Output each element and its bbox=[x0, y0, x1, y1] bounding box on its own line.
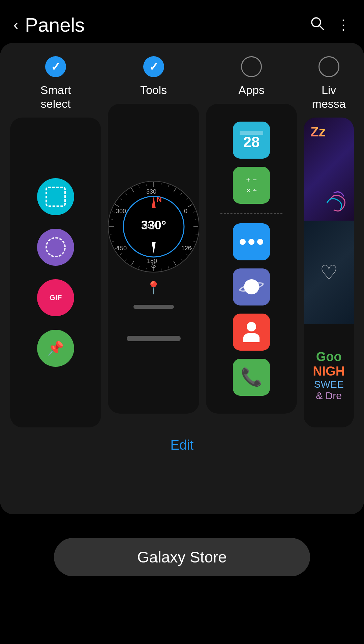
tools-checkmark-icon: ✓ bbox=[149, 60, 158, 73]
panel-tools: ✓ Tools bbox=[108, 56, 199, 427]
pin-icon: 📌 bbox=[47, 340, 64, 356]
live-image-2: ♡ bbox=[304, 221, 354, 324]
msg-dot-1 bbox=[240, 239, 246, 245]
main-container: ✓ Smartselect GIF 📌 bbox=[0, 43, 364, 514]
person-body bbox=[243, 333, 260, 342]
panel-live-messages: Livmessa Zz ♡ bbox=[304, 56, 354, 427]
app-red-icon[interactable] bbox=[233, 314, 270, 351]
svg-text:NW: NW bbox=[142, 222, 155, 231]
phone-icon: 📞 bbox=[241, 367, 263, 387]
calendar-date: 28 bbox=[243, 135, 260, 150]
galaxy-store-button[interactable]: Galaxy Store bbox=[54, 538, 310, 576]
sweet-text: SWEE bbox=[314, 379, 343, 390]
calc-times-icon: × bbox=[246, 186, 250, 195]
tools-checkbox[interactable]: ✓ bbox=[143, 56, 164, 77]
checkmark-icon: ✓ bbox=[51, 60, 60, 73]
dashed-circle-icon bbox=[46, 237, 66, 257]
header: ‹ Panels ⋮ bbox=[0, 0, 364, 43]
app-saturn-icon[interactable] bbox=[233, 268, 270, 305]
good-text: Goo bbox=[316, 350, 342, 364]
apps-divider bbox=[220, 213, 282, 214]
calc-divide-icon: ÷ bbox=[252, 186, 257, 195]
red-shape bbox=[241, 322, 262, 342]
svg-line-1 bbox=[320, 26, 324, 30]
galaxy-store-row: Galaxy Store bbox=[0, 524, 364, 597]
live-checkbox[interactable] bbox=[318, 56, 339, 77]
calc-plus-icon: + bbox=[246, 175, 250, 184]
calendar-inner: 28 bbox=[240, 131, 263, 150]
smart-select-buttons: GIF 📌 bbox=[37, 178, 74, 367]
panels-row: ✓ Smartselect GIF 📌 bbox=[10, 56, 354, 427]
compass-outer: N 330 300 0 S 180 150 bbox=[108, 180, 199, 274]
msg-dot-2 bbox=[248, 239, 254, 245]
heart-icon: ♡ bbox=[320, 261, 338, 284]
smart-select-label: Smartselect bbox=[40, 83, 71, 111]
edit-row: Edit bbox=[10, 438, 354, 453]
swirls-svg bbox=[324, 186, 351, 213]
msg-dots bbox=[240, 239, 263, 245]
gif-label: GIF bbox=[50, 293, 62, 302]
app-phone-icon[interactable]: 📞 bbox=[233, 359, 270, 396]
live-card: Zz ♡ Goo NIGH bbox=[304, 118, 354, 427]
svg-text:N: N bbox=[156, 195, 162, 203]
svg-text:0: 0 bbox=[184, 208, 187, 215]
compass-svg: N 330 300 0 S 180 150 bbox=[108, 180, 199, 274]
edit-button[interactable]: Edit bbox=[171, 438, 194, 453]
app-messaging-icon[interactable] bbox=[233, 223, 270, 260]
pin-select-button[interactable]: 📌 bbox=[37, 330, 74, 367]
msg-dot-3 bbox=[257, 239, 263, 245]
dashed-square-icon bbox=[46, 187, 66, 207]
svg-text:180: 180 bbox=[147, 258, 157, 264]
calc-minus-icon: − bbox=[252, 175, 257, 184]
gif-select-button[interactable]: GIF bbox=[37, 279, 74, 316]
app-calendar-icon[interactable]: 28 bbox=[233, 122, 270, 159]
compass-home-bar bbox=[127, 336, 181, 341]
svg-text:300: 300 bbox=[116, 208, 126, 215]
person-head bbox=[247, 322, 256, 331]
rect-select-button[interactable] bbox=[37, 178, 74, 215]
apps-list: 28 + − × ÷ bbox=[213, 122, 290, 396]
compass-container: N 330 300 0 S 180 150 bbox=[115, 176, 192, 341]
svg-text:330: 330 bbox=[146, 188, 156, 195]
compass-location-pin: 📍 bbox=[146, 281, 161, 295]
compass-scrollbar[interactable] bbox=[133, 305, 174, 309]
app-calculator-icon[interactable]: + − × ÷ bbox=[233, 167, 270, 204]
saturn-shape bbox=[241, 276, 263, 298]
dream-text: & Dre bbox=[316, 390, 342, 401]
header-left: ‹ Panels bbox=[13, 13, 85, 36]
apps-label: Apps bbox=[238, 83, 265, 97]
panel-smart-select: ✓ Smartselect GIF 📌 bbox=[10, 56, 101, 427]
svg-text:120: 120 bbox=[181, 245, 191, 252]
night-text: NIGH bbox=[313, 364, 345, 379]
svg-text:150: 150 bbox=[117, 245, 127, 252]
apps-card: 28 + − × ÷ bbox=[206, 104, 297, 414]
more-options-icon[interactable]: ⋮ bbox=[336, 17, 351, 33]
panel-apps: Apps 28 + − × bbox=[206, 56, 297, 427]
live-image-3: Goo NIGH SWEE & Dre bbox=[304, 324, 354, 427]
zzz-text: Zz bbox=[310, 124, 325, 139]
header-icons: ⋮ bbox=[310, 16, 351, 34]
goodnight-text: Goo NIGH SWEE & Dre bbox=[304, 324, 354, 427]
apps-checkbox[interactable] bbox=[241, 56, 262, 77]
circle-select-button[interactable] bbox=[37, 229, 74, 266]
tools-label: Tools bbox=[140, 83, 167, 97]
search-icon[interactable] bbox=[310, 16, 324, 34]
tools-card: N 330 300 0 S 180 150 bbox=[108, 104, 199, 414]
back-button[interactable]: ‹ bbox=[13, 17, 18, 33]
calc-grid: + − × ÷ bbox=[246, 175, 257, 195]
smart-select-checkbox[interactable]: ✓ bbox=[45, 56, 66, 77]
page-title: Panels bbox=[25, 13, 85, 36]
swirls-decoration bbox=[324, 186, 351, 217]
live-label: Livmessa bbox=[312, 83, 346, 111]
smart-select-card: GIF 📌 bbox=[10, 118, 101, 427]
live-image-1: Zz bbox=[304, 118, 354, 221]
